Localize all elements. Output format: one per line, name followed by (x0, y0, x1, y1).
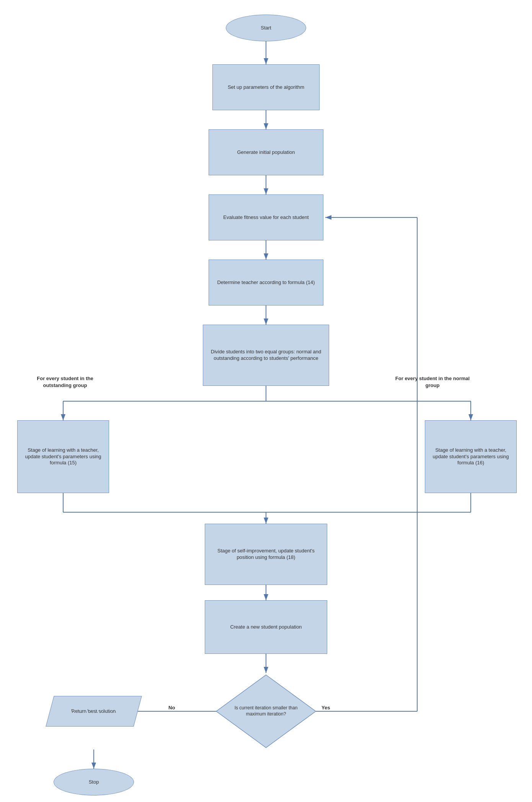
create-new-rect: Create a new student population (205, 600, 327, 654)
start-label: Start (261, 25, 271, 31)
generate-rect: Generate initial population (209, 129, 323, 175)
flowchart: Start Set up parameters of the algorithm… (0, 0, 532, 802)
self-improve-label: Stage of self-improvement, update studen… (208, 548, 324, 561)
determine-rect: Determine teacher according to formula (… (209, 260, 323, 305)
no-label: No (168, 704, 175, 711)
create-new-label: Create a new student population (230, 624, 302, 630)
stop-oval: Stop (54, 769, 134, 795)
stage-left-rect: Stage of learning with a teacher, update… (17, 420, 109, 493)
generate-label: Generate initial population (237, 149, 295, 156)
determine-label: Determine teacher according to formula (… (217, 279, 315, 286)
return-best-shape: Return best solution (46, 696, 142, 727)
stage-right-label: Stage of learning with a teacher, update… (428, 447, 513, 467)
evaluate-rect: Evaluate fitness value for each student (209, 194, 323, 240)
self-improve-rect: Stage of self-improvement, update studen… (205, 524, 327, 585)
diamond-label: Is current iteration smaller than maximu… (230, 705, 302, 717)
normal-group-label: For every student in the normal group (390, 375, 475, 389)
setup-rect: Set up parameters of the algorithm (212, 64, 320, 110)
stage-left-label: Stage of learning with a teacher, update… (21, 447, 106, 467)
evaluate-label: Evaluate fitness value for each student (223, 214, 308, 221)
divide-rect: Divide students into two equal groups: n… (203, 325, 329, 386)
yes-label: Yes (321, 704, 330, 711)
setup-label: Set up parameters of the algorithm (228, 84, 304, 91)
diamond-wrapper: Is current iteration smaller than maximu… (214, 673, 318, 750)
start-oval: Start (226, 15, 306, 41)
outstanding-group-label: For every student in the outstanding gro… (23, 375, 107, 389)
stage-right-rect: Stage of learning with a teacher, update… (425, 420, 517, 493)
return-best-label: Return best solution (72, 708, 116, 715)
divide-label: Divide students into two equal groups: n… (206, 349, 326, 362)
stop-label: Stop (89, 779, 99, 786)
